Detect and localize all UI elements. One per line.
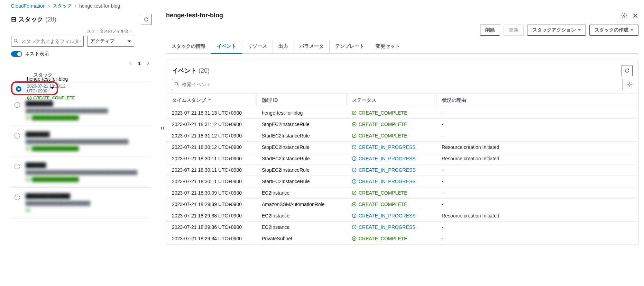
gear-icon[interactable] xyxy=(626,81,633,88)
event-row: 2023-07-21 18:29:38 UTC+0900 EC2Instance… xyxy=(166,210,638,222)
tab-2[interactable]: リソース xyxy=(242,40,273,53)
tabs: スタックの情報イベントリソース出力パラメータテンプレート変更セット xyxy=(166,40,638,54)
create-stack-button[interactable]: スタックの作成 xyxy=(589,25,638,36)
check-circle-icon xyxy=(27,96,32,100)
stack-timestamp: 2023-07-21 18:29:12 UTC+0900 xyxy=(27,84,75,93)
event-status: CREATE_IN_PROGRESS xyxy=(346,176,436,187)
search-icon xyxy=(174,82,179,87)
svg-point-25 xyxy=(354,180,354,180)
close-icon[interactable] xyxy=(632,12,638,19)
event-logical-id: EC2Instance xyxy=(256,187,346,199)
gear-icon[interactable] xyxy=(621,12,627,19)
svg-point-30 xyxy=(354,214,354,215)
check-circle-icon xyxy=(26,146,30,151)
event-reason: - xyxy=(436,176,638,187)
svg-line-9 xyxy=(177,85,179,86)
event-row: 2023-07-21 18:29:39 UTC+0900 AmazonSSMAu… xyxy=(166,199,638,210)
delete-button[interactable]: 削除 xyxy=(480,25,500,36)
event-timestamp: 2023-07-21 18:30:11 UTC+0900 xyxy=(166,176,256,187)
stack-search xyxy=(11,36,84,47)
tab-1[interactable]: イベント xyxy=(211,40,242,54)
event-status: CREATE_COMPLETE xyxy=(346,233,436,244)
tab-5[interactable]: テンプレート xyxy=(329,40,370,53)
svg-point-19 xyxy=(354,157,354,158)
collapse-icon[interactable]: ⊟ xyxy=(11,16,16,23)
stack-status: ████████████████ xyxy=(26,115,148,120)
event-status: CREATE_IN_PROGRESS xyxy=(346,222,436,233)
breadcrumb-root[interactable]: CloudFormation xyxy=(11,3,46,9)
event-logical-id: StartEC2InstanceRule xyxy=(256,176,346,187)
event-logical-id: StopEC2InstanceRule xyxy=(256,142,346,153)
tab-4[interactable]: パラメータ xyxy=(294,40,329,53)
svg-point-33 xyxy=(354,226,354,226)
breadcrumb: CloudFormation › スタック › henge-test-for-b… xyxy=(0,0,644,12)
event-row: 2023-07-21 18:30:11 UTC+0900 StopEC2Inst… xyxy=(166,164,638,176)
event-timestamp: 2023-07-21 18:30:11 UTC+0900 xyxy=(166,164,256,176)
page-title: henge-test-for-blog xyxy=(166,12,223,19)
stack-timestamp: ███████████████████████████████████ xyxy=(26,139,148,144)
stack-radio[interactable] xyxy=(15,133,20,138)
chevron-right-icon: › xyxy=(75,3,76,9)
refresh-icon xyxy=(144,17,149,22)
event-timestamp: 2023-07-21 18:31:13 UTC+0900 xyxy=(166,107,256,119)
stacks-heading: ⊟ スタック (28) xyxy=(11,15,56,24)
refresh-button[interactable] xyxy=(141,14,152,25)
stack-status: CREATE_COMPLETE xyxy=(27,96,75,100)
tab-0[interactable]: スタックの情報 xyxy=(166,40,211,53)
events-refresh-button[interactable] xyxy=(622,65,633,76)
svg-point-7 xyxy=(624,15,625,16)
event-row: 2023-07-21 18:29:34 UTC+0900 PrivateSubn… xyxy=(166,233,638,244)
stack-radio[interactable] xyxy=(15,102,20,108)
stack-row[interactable]: █████████████ ██████████████████████ xyxy=(11,188,152,218)
event-timestamp: 2023-07-21 18:29:36 UTC+0900 xyxy=(166,222,256,233)
caret-down-icon xyxy=(578,29,581,32)
stack-radio[interactable] xyxy=(15,195,20,200)
tab-6[interactable]: 変更セット xyxy=(370,40,405,53)
stack-search-input[interactable] xyxy=(11,36,84,47)
event-reason: - xyxy=(436,199,638,210)
event-status: CREATE_COMPLETE xyxy=(346,130,436,142)
update-button: 更新 xyxy=(504,25,524,36)
caret-down-icon xyxy=(631,29,633,32)
event-row: 2023-07-21 18:31:13 UTC+0900 henge-test-… xyxy=(166,107,638,119)
nested-toggle[interactable] xyxy=(11,51,22,57)
col-reason[interactable]: 状況の理由 xyxy=(436,94,638,107)
page-next[interactable] xyxy=(146,61,150,66)
breadcrumb-stacks[interactable]: スタック xyxy=(53,3,72,9)
status-filter-select[interactable]: アクティブ xyxy=(87,36,134,47)
event-row: 2023-07-21 18:30:12 UTC+0900 StopEC2Inst… xyxy=(166,142,638,153)
svg-point-8 xyxy=(175,82,178,85)
event-logical-id: StartEC2InstanceRule xyxy=(256,153,346,164)
stack-status: ████████████████ xyxy=(26,177,148,182)
stack-row[interactable]: henge-test-for-blog 2023-07-21 18:29:12 … xyxy=(11,81,58,95)
event-logical-id: henge-test-for-blog xyxy=(256,107,346,119)
event-status: CREATE_COMPLETE xyxy=(346,107,436,119)
tab-3[interactable]: 出力 xyxy=(273,40,294,53)
event-timestamp: 2023-07-21 18:30:11 UTC+0900 xyxy=(166,153,256,164)
stack-row[interactable]: ███████ ████████████████████████████████… xyxy=(11,126,152,157)
stack-actions-button[interactable]: スタックアクション xyxy=(527,25,586,36)
page-number: 1 xyxy=(138,61,141,66)
svg-point-10 xyxy=(629,84,631,86)
col-status[interactable]: ステータス xyxy=(346,94,436,107)
stack-status: ████████████████ xyxy=(26,146,148,151)
col-logical-id[interactable]: 論理 ID xyxy=(256,94,346,107)
stack-row[interactable]: ██████ █████████████████████████████████… xyxy=(11,157,152,188)
event-reason: - xyxy=(436,107,638,119)
event-status: CREATE_IN_PROGRESS xyxy=(346,164,436,176)
event-reason: Resource creation Initiated xyxy=(436,210,638,222)
col-timestamp[interactable]: タイムスタンプ xyxy=(166,94,256,107)
check-circle-icon xyxy=(26,115,30,120)
check-circle-icon xyxy=(352,202,357,207)
page-prev[interactable] xyxy=(128,61,133,66)
event-row: 2023-07-21 18:30:09 UTC+0900 EC2Instance… xyxy=(166,187,638,199)
check-circle-icon xyxy=(26,208,30,213)
pane-drag-handle[interactable] xyxy=(159,12,166,244)
stack-radio[interactable] xyxy=(15,164,20,169)
stack-radio[interactable] xyxy=(16,86,21,92)
event-status: CREATE_COMPLETE xyxy=(346,187,436,199)
info-circle-icon xyxy=(352,168,357,172)
events-search-input[interactable] xyxy=(172,79,623,90)
events-heading: イベント (20) xyxy=(172,66,210,75)
event-reason: - xyxy=(436,119,638,130)
